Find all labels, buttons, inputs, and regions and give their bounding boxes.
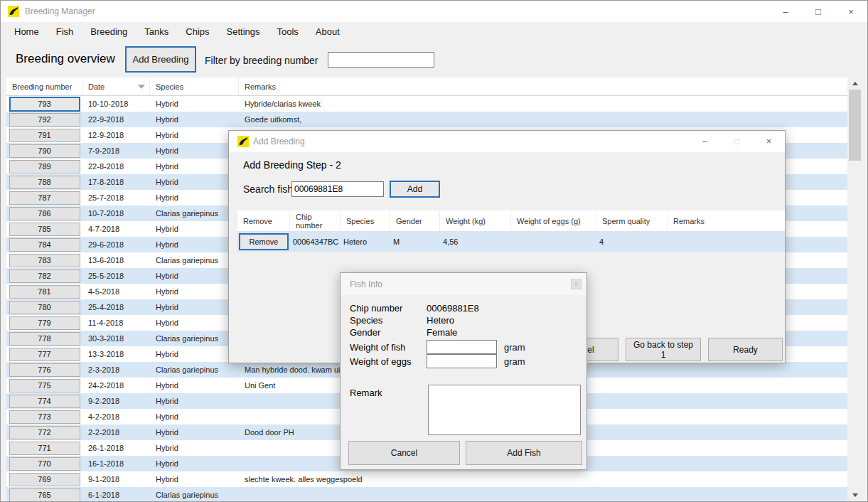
breeding-number-button[interactable]: 781 — [9, 285, 80, 299]
minimize-icon[interactable]: – — [689, 131, 721, 152]
remarks-cell: Hybride/clarias kweek — [239, 100, 847, 108]
ready-button[interactable]: Ready — [708, 338, 783, 361]
table-row[interactable]: 7656-1-2018Clarias gariepinus — [6, 487, 847, 502]
date-cell: 26-1-2018 — [82, 444, 150, 452]
fish-column-header-gender[interactable]: Gender — [390, 210, 440, 231]
breeding-number-button[interactable]: 782 — [9, 269, 80, 283]
breeding-number-button[interactable]: 772 — [9, 426, 80, 439]
breeding-number-button[interactable]: 774 — [9, 395, 80, 408]
weight-of-fish-label: Weight of fish — [350, 342, 406, 353]
breeding-number-button[interactable]: 790 — [9, 144, 80, 158]
species-cell: Clarias gariepinus — [150, 256, 239, 265]
remove-fish-button[interactable]: Remove — [239, 233, 289, 250]
weight-of-eggs-input[interactable] — [427, 354, 497, 368]
menu-item-chips[interactable]: Chips — [180, 26, 215, 37]
breeding-number-button[interactable]: 791 — [9, 129, 80, 142]
add-fish-search-button[interactable]: Add — [390, 181, 440, 198]
breeding-number-button[interactable]: 784 — [9, 238, 80, 252]
close-icon[interactable]: × — [835, 1, 867, 22]
date-cell: 24-2-2018 — [82, 381, 150, 390]
title-bar[interactable]: Breeding Manager – □ × — [1, 1, 867, 22]
add-fish-button[interactable]: Add Fish — [466, 441, 582, 465]
menu-item-tools[interactable]: Tools — [272, 26, 304, 37]
scroll-up-icon[interactable] — [849, 78, 861, 90]
breeding-number-button[interactable]: 770 — [9, 457, 80, 471]
vertical-scrollbar[interactable] — [849, 78, 861, 502]
breeding-number-button[interactable]: 773 — [9, 410, 80, 424]
breeding-number-button[interactable]: 765 — [9, 488, 80, 502]
fish-column-header-chip-number[interactable]: Chip number — [290, 210, 341, 231]
breeding-number-cell: 779 — [6, 316, 82, 330]
fish-column-header-remove[interactable]: Remove — [237, 210, 290, 231]
breeding-number-cell: 780 — [6, 301, 82, 314]
add-breeding-button[interactable]: Add Breeding — [125, 46, 196, 73]
scroll-down-icon[interactable] — [849, 489, 861, 501]
breeding-number-button[interactable]: 787 — [9, 191, 80, 205]
breeding-number-cell: 786 — [6, 207, 82, 220]
date-cell: 17-8-2018 — [82, 178, 150, 186]
species-cell: Hybrid — [150, 412, 239, 421]
add-breeding-dialog-titlebar[interactable]: Add Breeding – □ × — [229, 131, 785, 152]
fish-column-header-weight-of-eggs-g-[interactable]: Weight of eggs (g) — [511, 210, 596, 231]
breeding-number-button[interactable]: 783 — [9, 254, 80, 267]
breeding-number-button[interactable]: 785 — [9, 223, 80, 236]
column-header-label: Remarks — [245, 82, 276, 91]
breeding-number-button[interactable]: 777 — [9, 348, 80, 361]
filter-input[interactable] — [328, 52, 434, 68]
breeding-number-button[interactable]: 789 — [9, 160, 80, 173]
breeding-number-button[interactable]: 771 — [9, 442, 80, 455]
go-back-step1-button[interactable]: Go back to step 1 — [626, 338, 701, 361]
column-header-species[interactable]: Species — [150, 78, 239, 95]
menu-item-home[interactable]: Home — [9, 26, 45, 37]
species-cell: Hybrid — [150, 115, 239, 124]
breeding-number-button[interactable]: 793 — [9, 97, 80, 112]
date-cell: 4-5-2018 — [82, 287, 150, 296]
remark-textarea[interactable] — [428, 385, 581, 435]
fish-column-header-weight-kg-[interactable]: Weight (kg) — [440, 210, 511, 231]
breeding-number-button[interactable]: 779 — [9, 316, 80, 330]
step-heading: Add Breeding Step - 2 — [243, 159, 341, 171]
breeding-number-button[interactable]: 780 — [9, 301, 80, 314]
breeding-number-button[interactable]: 769 — [9, 473, 80, 486]
column-header-date[interactable]: Date — [82, 78, 150, 95]
chip-number-value: 00069881E8 — [427, 303, 479, 314]
menu-item-breeding[interactable]: Breeding — [85, 26, 133, 37]
breeding-number-cell: 774 — [6, 395, 82, 408]
breeding-number-button[interactable]: 778 — [9, 332, 80, 346]
weight-of-eggs-label: Weight of eggs — [350, 356, 411, 367]
date-cell: 25-7-2018 — [82, 193, 150, 202]
breeding-number-cell: 765 — [6, 488, 82, 502]
fish-column-header-sperm-quality[interactable]: Sperm quality — [596, 210, 668, 231]
breeding-number-button[interactable]: 788 — [9, 176, 80, 189]
menu-item-settings[interactable]: Settings — [221, 26, 266, 37]
fish-column-header-remarks[interactable]: Remarks — [668, 210, 785, 231]
fish-column-header-species[interactable]: Species — [341, 210, 390, 231]
close-icon[interactable]: × — [753, 131, 785, 152]
species-cell: Hybrid — [150, 162, 239, 171]
chip-number-label: Chip number — [350, 303, 402, 314]
cancel-button[interactable]: Cancel — [348, 441, 460, 465]
table-row[interactable]: 7699-1-2018Hybridslechte kweek. alles we… — [6, 471, 847, 487]
fish-icon — [237, 136, 249, 147]
menu-item-tanks[interactable]: Tanks — [139, 26, 174, 37]
maximize-icon[interactable]: □ — [802, 1, 835, 22]
menu-item-fish[interactable]: Fish — [50, 26, 80, 37]
breeding-number-button[interactable]: 775 — [9, 379, 80, 392]
table-row[interactable]: 79222-9-2018HybridGoede uitkomst, — [6, 112, 847, 127]
column-header-breeding-number[interactable]: Breeding number — [6, 78, 82, 95]
species-cell: Hetero — [341, 237, 390, 246]
menu-item-about[interactable]: About — [310, 26, 345, 37]
breeding-number-button[interactable]: 776 — [9, 363, 80, 377]
species-cell: Clarias gariepinus — [150, 209, 239, 218]
minimize-icon[interactable]: – — [769, 1, 802, 22]
search-fish-input[interactable] — [291, 181, 384, 197]
species-cell: Hybrid — [150, 287, 239, 296]
column-header-remarks[interactable]: Remarks — [239, 78, 847, 95]
weight-of-fish-input[interactable] — [427, 340, 497, 354]
scrollbar-thumb[interactable] — [849, 90, 861, 161]
table-row[interactable]: 79310-10-2018HybridHybride/clarias kweek — [6, 96, 847, 112]
fish-table-row[interactable]: Remove00064347BCHeteroM4,564 — [237, 232, 785, 252]
fish-info-titlebar[interactable]: Fish Info × — [341, 273, 586, 295]
breeding-number-button[interactable]: 792 — [9, 113, 80, 127]
breeding-number-button[interactable]: 786 — [9, 207, 80, 220]
